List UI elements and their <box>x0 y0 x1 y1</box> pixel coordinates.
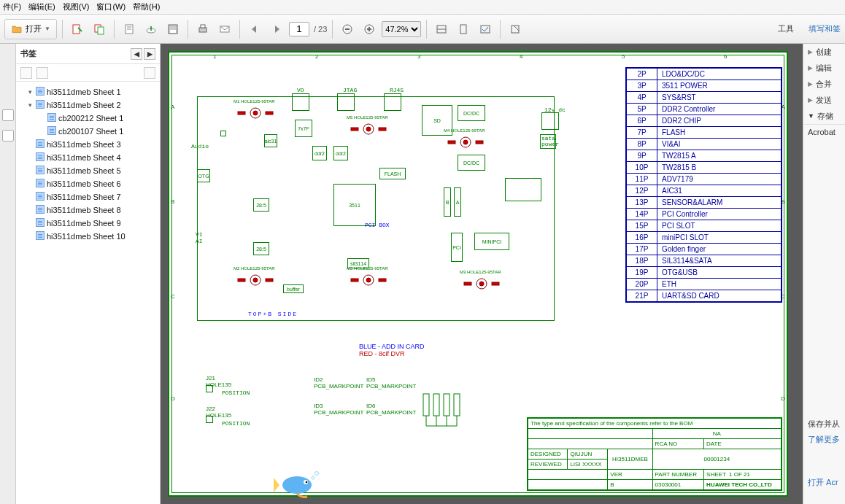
email-icon[interactable] <box>215 20 234 39</box>
svg-rect-41 <box>433 394 439 416</box>
index-row: 3P3511 POWER <box>627 80 782 92</box>
bookmarks-options-icon[interactable] <box>20 67 32 79</box>
right-store[interactable]: ▼存储 <box>803 108 845 124</box>
svg-point-37 <box>479 282 484 286</box>
svg-rect-26 <box>448 141 455 144</box>
menu-view[interactable]: 视图(V) <box>63 1 90 12</box>
menu-edit[interactable]: 编辑(E) <box>28 1 55 12</box>
svg-rect-35 <box>379 279 386 282</box>
save-icon[interactable] <box>163 20 182 39</box>
svg-point-29 <box>253 278 258 282</box>
svg-rect-8 <box>201 25 205 28</box>
index-row: 19POTG&USB <box>627 267 782 279</box>
svg-rect-27 <box>476 141 483 144</box>
bookmark-item[interactable]: hi3511dmeb Sheet 6 <box>26 178 160 190</box>
right-sidebar: ▶创建 ▶编辑 ▶合并 ▶发送 ▼存储 Acrobat 保存并从 了解更多 打开… <box>803 44 845 504</box>
svg-rect-13 <box>460 25 466 34</box>
menu-help[interactable]: 帮助(H) <box>133 1 160 12</box>
svg-rect-43 <box>454 394 460 416</box>
index-row: 13PSENSOR&ALARM <box>627 197 782 209</box>
index-row: 11PADV7179 <box>627 174 782 185</box>
index-row: 5PDDR2 Controller <box>627 104 782 115</box>
toolbar: 打开 ▼ / 23 47.2%50%75%100%125%150% 工具 填写和… <box>0 15 845 44</box>
edit-icon[interactable] <box>120 20 139 39</box>
create-pdf-icon[interactable] <box>68 20 87 39</box>
index-row: 21PUART&SD CARD <box>627 290 782 302</box>
right-edit[interactable]: ▶编辑 <box>803 60 845 76</box>
fill-sign-link[interactable]: 填写和签 <box>809 23 841 34</box>
index-row: 10PTW2815 B <box>627 162 782 174</box>
right-open-acrobat[interactable]: 打开 Acr <box>803 476 845 489</box>
bookmarks-title: 书签 <box>20 48 36 59</box>
bookmarks-next-icon[interactable]: ▶ <box>144 48 155 60</box>
page-number-input[interactable] <box>289 22 309 36</box>
folder-open-icon <box>11 23 23 35</box>
bookmark-icon <box>36 179 45 187</box>
svg-rect-42 <box>444 394 449 416</box>
svg-point-25 <box>463 140 468 144</box>
bookmark-item[interactable]: hi3511dmeb Sheet 8 <box>26 204 160 216</box>
fit-width-icon[interactable] <box>432 20 451 39</box>
index-row: 8PVI&AI <box>627 139 782 150</box>
right-send[interactable]: ▶发送 <box>803 92 845 108</box>
bookmark-item[interactable]: hi3511dmeb Sheet 3 <box>26 139 160 150</box>
svg-point-21 <box>366 127 371 131</box>
menu-file[interactable]: 件(F) <box>3 1 21 12</box>
open-button[interactable]: 打开 ▼ <box>4 19 57 39</box>
svg-rect-14 <box>481 26 490 33</box>
prev-page-icon[interactable] <box>245 20 264 39</box>
index-row: 17PGolden finger <box>627 244 782 255</box>
menu-bar: 件(F) 编辑(E) 视图(V) 窗口(W) 帮助(H) <box>0 0 845 15</box>
svg-rect-19 <box>266 112 273 115</box>
bookmark-item[interactable]: ▾hi3511dmeb Sheet 2 <box>26 99 160 111</box>
document-viewer[interactable]: 123456 ABCD ABCD 2PLDO&DC/DC3P3511 POWER… <box>161 44 803 504</box>
svg-point-17 <box>253 111 258 115</box>
share-icon[interactable] <box>506 20 525 39</box>
index-row: 12PAIC31 <box>627 185 782 197</box>
bookmark-item[interactable]: cb200212 Sheet 1 <box>38 112 160 124</box>
reading-mode-icon[interactable] <box>476 20 495 39</box>
bookmark-icon <box>36 100 45 109</box>
bookmarks-tree: ▾hi3511dmeb Sheet 1▾hi3511dmeb Sheet 2cb… <box>16 82 160 504</box>
bookmark-icon <box>36 205 45 214</box>
bookmark-icon <box>36 166 45 174</box>
bookmark-icon <box>36 231 45 240</box>
bookmark-item[interactable]: hi3511dmeb Sheet 4 <box>26 152 160 163</box>
bookmark-item[interactable]: hi3511dmeb Sheet 5 <box>26 165 160 177</box>
tools-link[interactable]: 工具 <box>778 23 794 34</box>
schematic-sheet: 123456 ABCD ABCD 2PLDO&DC/DC3P3511 POWER… <box>168 51 788 497</box>
thumbnails-tab-icon[interactable] <box>2 109 14 121</box>
bookmark-item[interactable]: hi3511dmeb Sheet 10 <box>26 230 160 242</box>
bookmarks-new-icon[interactable] <box>36 67 48 79</box>
index-row: 14PPCI Controller <box>627 209 782 220</box>
bookmark-icon <box>47 126 56 135</box>
zoom-out-icon[interactable] <box>338 20 357 39</box>
bookmark-item[interactable]: hi3511dmeb Sheet 7 <box>26 191 160 203</box>
svg-rect-22 <box>351 128 358 131</box>
index-row: 2PLDO&DC/DC <box>627 69 782 80</box>
menu-window[interactable]: 窗口(W) <box>96 1 126 12</box>
main-area: 书签 ◀ ▶ ▾hi3511dmeb Sheet 1▾hi3511dmeb Sh… <box>0 44 845 504</box>
bookmark-item[interactable]: cb200107 Sheet 1 <box>38 125 160 137</box>
cloud-icon[interactable] <box>142 20 161 39</box>
right-create[interactable]: ▶创建 <box>803 44 845 60</box>
sheet-index-table: 2PLDO&DC/DC3P3511 POWER4PSYS&RST5PDDR2 C… <box>625 67 782 303</box>
bookmarks-prev-icon[interactable]: ◀ <box>131 48 142 60</box>
svg-rect-40 <box>423 394 429 416</box>
right-learn-more[interactable]: 了解更多 <box>803 433 845 446</box>
zoom-in-icon[interactable] <box>360 20 379 39</box>
zoom-select[interactable]: 47.2%50%75%100%125%150% <box>382 21 421 37</box>
svg-rect-2 <box>98 27 104 34</box>
right-merge[interactable]: ▶合并 <box>803 76 845 92</box>
combine-icon[interactable] <box>90 20 109 39</box>
index-row: 16PminiPCI SLOT <box>627 232 782 244</box>
fit-page-icon[interactable] <box>454 20 473 39</box>
print-icon[interactable] <box>193 20 212 39</box>
bookmarks-tab-icon[interactable] <box>2 130 14 141</box>
index-row: 6PDDR2 CHIP <box>627 115 782 127</box>
svg-rect-18 <box>238 112 245 115</box>
bookmark-item[interactable]: hi3511dmeb Sheet 9 <box>26 217 160 229</box>
bookmark-item[interactable]: ▾hi3511dmeb Sheet 1 <box>26 86 160 98</box>
bookmarks-find-icon[interactable] <box>144 67 155 79</box>
next-page-icon[interactable] <box>267 20 286 39</box>
